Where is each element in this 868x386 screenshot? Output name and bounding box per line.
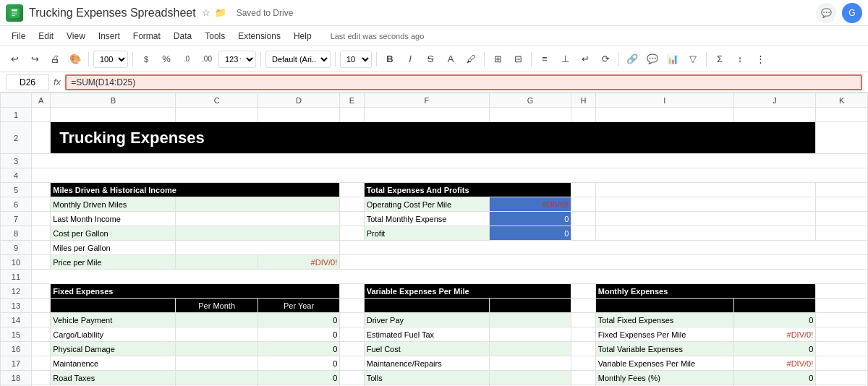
cell-e17[interactable] [340, 356, 364, 371]
cell-a14[interactable] [31, 313, 50, 327]
cell-c17[interactable] [176, 356, 258, 371]
cell-k7[interactable] [816, 212, 868, 226]
cell-d13[interactable]: Per Year [258, 299, 339, 313]
cell-c1[interactable] [176, 108, 258, 122]
cell-c15[interactable] [176, 327, 258, 342]
cell-h7[interactable] [571, 212, 595, 226]
col-header-i[interactable]: I [595, 93, 733, 108]
cell-ij7[interactable] [595, 212, 816, 226]
cell-h5[interactable] [571, 183, 595, 197]
cell-j17[interactable]: #DIV/0! [733, 356, 815, 371]
cell-i1[interactable] [595, 108, 733, 122]
cell-j13[interactable] [733, 299, 815, 313]
cell-a17[interactable] [31, 356, 50, 371]
cell-h8[interactable] [571, 226, 595, 241]
avatar[interactable]: G [842, 3, 862, 23]
font-select[interactable]: Default (Ari... [265, 51, 331, 68]
cell-j18[interactable]: 0 [733, 371, 815, 385]
cell-b14[interactable]: Vehicle Payment [51, 313, 176, 327]
paint-format-button[interactable]: 🎨 [67, 51, 84, 68]
cell-k5[interactable] [816, 183, 868, 197]
bold-button[interactable]: B [381, 51, 399, 68]
undo-button[interactable]: ↩ [6, 51, 23, 68]
cell-d1[interactable] [258, 108, 339, 122]
cell-d10[interactable]: #DIV/0! [258, 255, 339, 270]
cell-h17[interactable] [571, 356, 595, 371]
comment-button[interactable]: 💬 [644, 51, 661, 68]
percent-button[interactable]: % [158, 51, 175, 68]
cell-cd9[interactable] [176, 241, 340, 255]
cell-g1[interactable] [489, 108, 571, 122]
cell-i16[interactable]: Total Variable Expenses [595, 342, 733, 356]
redo-button[interactable]: ↪ [26, 51, 43, 68]
cell-k13[interactable] [816, 299, 868, 313]
cell-h16[interactable] [571, 342, 595, 356]
menu-insert[interactable]: Insert [93, 30, 126, 43]
cell-j16[interactable]: 0 [733, 342, 815, 356]
cell-g14[interactable] [489, 313, 571, 327]
cell-k8[interactable] [816, 226, 868, 241]
cell-g15[interactable] [489, 327, 571, 342]
miles-income-header[interactable]: Miles Driven & Historical Income [51, 183, 340, 197]
cell-b7[interactable]: Last Month Income [51, 212, 176, 226]
cell-a7[interactable] [31, 212, 50, 226]
col-header-b[interactable]: B [51, 93, 176, 108]
sum-button[interactable]: Σ [711, 51, 728, 68]
cell-ij8[interactable] [595, 226, 816, 241]
cell-cd8[interactable] [176, 226, 340, 241]
decimal-increase-button[interactable]: .00 [198, 51, 216, 68]
cell-a13[interactable] [31, 299, 50, 313]
cell-c14[interactable] [176, 313, 258, 327]
cell-g8[interactable]: 0 [489, 226, 571, 241]
col-header-c[interactable]: C [176, 93, 258, 108]
cell-b8[interactable]: Cost per Gallon [51, 226, 176, 241]
cell-d18[interactable]: 0 [258, 371, 339, 385]
cell-d16[interactable]: 0 [258, 342, 339, 356]
folder-icon[interactable]: 📁 [215, 7, 226, 18]
formula-input[interactable] [65, 74, 862, 90]
borders-button[interactable]: ⊞ [489, 51, 506, 68]
cell-a15[interactable] [31, 327, 50, 342]
cell-a5[interactable] [31, 183, 50, 197]
cell-f8[interactable]: Profit [364, 226, 489, 241]
strikethrough-button[interactable]: S [422, 51, 439, 68]
cell-b9[interactable]: Miles per Gallon [51, 241, 176, 255]
zoom-select[interactable]: 100% [93, 51, 128, 68]
cell-d17[interactable]: 0 [258, 356, 339, 371]
cell-f16[interactable]: Fuel Cost [364, 342, 489, 356]
cell-c10[interactable] [176, 255, 258, 270]
col-header-a[interactable]: A [31, 93, 50, 108]
cell-b17[interactable]: Maintanence [51, 356, 176, 371]
cell-a16[interactable] [31, 342, 50, 356]
cell-f6[interactable]: Operating Cost Per Mile [364, 197, 489, 212]
cell-k2[interactable] [816, 122, 868, 154]
align-button[interactable]: ≡ [536, 51, 553, 68]
cell-d15[interactable]: 0 [258, 327, 339, 342]
menu-tools[interactable]: Tools [199, 30, 231, 43]
col-header-f[interactable]: F [364, 93, 489, 108]
cell-i13[interactable] [595, 299, 733, 313]
cell-b18[interactable]: Road Taxes [51, 371, 176, 385]
more-button[interactable]: ⋮ [752, 51, 769, 68]
valign-button[interactable]: ⊥ [556, 51, 574, 68]
cell-k17[interactable] [816, 356, 868, 371]
cell-k6[interactable] [816, 197, 868, 212]
cell-b16[interactable]: Physical Damage [51, 342, 176, 356]
cell-rest10[interactable] [340, 255, 868, 270]
cell-i14[interactable]: Total Fixed Expenses [595, 313, 733, 327]
cell-a10[interactable] [31, 255, 50, 270]
cell-k1[interactable] [816, 108, 868, 122]
filter-button[interactable]: ▽ [684, 51, 702, 68]
col-header-h[interactable]: H [571, 93, 595, 108]
link-button[interactable]: 🔗 [624, 51, 641, 68]
cell-e12[interactable] [340, 284, 364, 299]
cell-e18[interactable] [340, 371, 364, 385]
menu-data[interactable]: Data [168, 30, 197, 43]
cell-h18[interactable] [571, 371, 595, 385]
cell-row11[interactable] [31, 270, 867, 284]
star-icon[interactable]: ☆ [202, 7, 210, 18]
cell-f17[interactable]: Maintanence/Repairs [364, 356, 489, 371]
menu-help[interactable]: Help [288, 30, 318, 43]
chart-button[interactable]: 📊 [664, 51, 681, 68]
cell-g16[interactable] [489, 342, 571, 356]
